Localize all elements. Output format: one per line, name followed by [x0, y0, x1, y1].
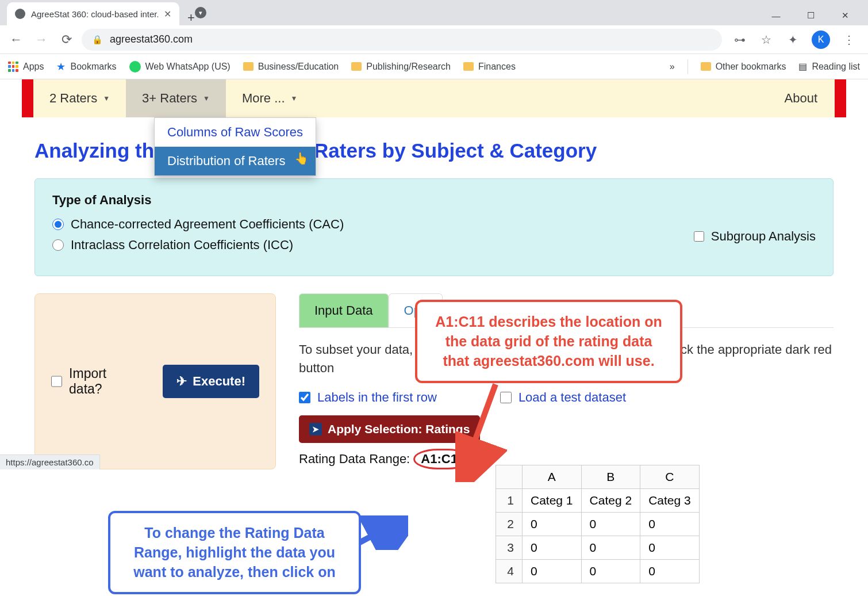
paper-plane-icon: ✈: [176, 374, 187, 389]
svg-line-0: [464, 384, 496, 471]
data-grid-wrap: ABC 1Categ 1Categ 2Categ 3 2000 3000 400…: [496, 465, 700, 583]
table-row[interactable]: 1Categ 1Categ 2Categ 3: [496, 489, 700, 513]
radio-cac[interactable]: Chance-corrected Agreement Coefficients …: [52, 217, 344, 232]
overflow-icon[interactable]: »: [670, 62, 675, 72]
globe-icon: [15, 9, 25, 19]
folder-icon: [701, 62, 711, 71]
chevron-down-icon: ▼: [291, 94, 298, 102]
nav-more[interactable]: More ...▼: [226, 79, 313, 117]
reading-list-icon: ▤: [798, 61, 807, 72]
table-row[interactable]: 4000: [496, 560, 700, 583]
profile-avatar[interactable]: K: [812, 30, 830, 49]
folder-icon: [351, 62, 362, 71]
analysis-panel: Type of Analysis Chance-corrected Agreem…: [34, 178, 834, 276]
checkbox-labels-first-row[interactable]: Labels in the first row: [299, 390, 437, 405]
forward-button[interactable]: →: [31, 29, 52, 50]
browser-tab[interactable]: AgreeStat 360: cloud-based inter... ✕: [7, 2, 179, 25]
finances-folder[interactable]: Finances: [463, 62, 516, 72]
status-bar: https://agreestat360.co: [0, 454, 100, 469]
folder-icon: [243, 62, 254, 71]
apply-selection-button[interactable]: ➤Apply Selection: Ratings: [299, 415, 480, 443]
maximize-button[interactable]: ☐: [797, 6, 824, 25]
radio-icc[interactable]: Intraclass Correlation Coefficients (ICC…: [52, 238, 344, 253]
close-icon[interactable]: ✕: [164, 9, 171, 20]
address-bar-row: ← → ⟳ 🔒 agreestat360.com ⊶ ☆ ✦ K ⋮: [0, 25, 868, 54]
url-text: agreestat360.com: [110, 33, 193, 45]
address-bar[interactable]: 🔒 agreestat360.com: [82, 29, 722, 51]
bookmarks-bar: Apps ★Bookmarks Web WhatsApp (US) Busine…: [0, 54, 868, 79]
raters-dropdown: Columns of Raw Scores Distribution of Ra…: [154, 117, 316, 176]
other-bookmarks[interactable]: Other bookmarks: [701, 62, 786, 72]
arrow-icon: ➤: [309, 423, 322, 435]
bookmarks-shortcut[interactable]: ★Bookmarks: [56, 60, 116, 73]
table-row[interactable]: 2000: [496, 513, 700, 536]
arrow-red-icon: [455, 379, 507, 482]
folder-icon: [463, 62, 474, 71]
dropdown-columns-raw[interactable]: Columns of Raw Scores: [155, 118, 316, 147]
whatsapp-bookmark[interactable]: Web WhatsApp (US): [129, 61, 231, 72]
dropdown-distribution[interactable]: Distribution of Raters 👆: [155, 147, 316, 175]
nav-about[interactable]: About: [769, 79, 835, 117]
apps-shortcut[interactable]: Apps: [8, 62, 44, 72]
window-controls: — ☐ ✕: [762, 6, 868, 25]
top-nav: 2 Raters▼ 3+ Raters▼ More ...▼ About: [22, 79, 846, 117]
table-row[interactable]: 3000: [496, 536, 700, 560]
chevron-down-icon: ▼: [103, 94, 110, 102]
menu-icon[interactable]: ⋮: [842, 32, 857, 47]
import-panel: Import data? ✈Execute!: [34, 293, 276, 469]
whatsapp-icon: [129, 61, 141, 72]
reload-button[interactable]: ⟳: [56, 29, 77, 50]
tab-input-data[interactable]: Input Data: [299, 293, 389, 327]
close-window-button[interactable]: ✕: [831, 6, 859, 25]
separator: [688, 59, 688, 74]
account-dropdown-icon[interactable]: ▾: [195, 7, 206, 18]
data-grid[interactable]: ABC 1Categ 1Categ 2Categ 3 2000 3000 400…: [496, 465, 700, 583]
lock-icon: 🔒: [92, 35, 103, 45]
cursor-icon: 👆: [294, 151, 309, 165]
execute-button[interactable]: ✈Execute!: [163, 365, 259, 398]
nav-2-raters[interactable]: 2 Raters▼: [33, 79, 126, 117]
checkbox-load-test[interactable]: Load a test dataset: [500, 390, 626, 405]
publishing-folder[interactable]: Publishing/Research: [351, 62, 451, 72]
callout-blue: To change the Rating Data Range, highlig…: [108, 511, 361, 594]
analysis-title: Type of Analysis: [52, 193, 816, 208]
back-button[interactable]: ←: [6, 29, 26, 50]
key-icon[interactable]: ⊶: [732, 32, 747, 47]
new-tab-button[interactable]: +: [187, 10, 195, 25]
star-filled-icon: ★: [56, 60, 66, 73]
star-icon[interactable]: ☆: [759, 32, 774, 47]
checkbox-subgroup[interactable]: Subgroup Analysis: [694, 220, 816, 253]
chevron-down-icon: ▼: [203, 94, 210, 102]
extensions-icon[interactable]: ✦: [785, 32, 800, 47]
toolbar-icons: ⊶ ☆ ✦ K ⋮: [727, 30, 862, 49]
callout-red: A1:C11 describes the location on the dat…: [415, 300, 682, 383]
browser-tabs: AgreeStat 360: cloud-based inter... ✕ + …: [0, 0, 868, 25]
svg-line-1: [356, 521, 400, 544]
minimize-button[interactable]: —: [762, 6, 790, 25]
import-checkbox[interactable]: Import data?: [51, 366, 140, 397]
tab-title: AgreeStat 360: cloud-based inter...: [31, 9, 158, 19]
business-folder[interactable]: Business/Education: [243, 62, 339, 72]
nav-3-raters[interactable]: 3+ Raters▼: [126, 79, 226, 117]
page-content: 2 Raters▼ 3+ Raters▼ More ...▼ About Col…: [0, 79, 868, 469]
reading-list[interactable]: ▤Reading list: [798, 61, 860, 72]
